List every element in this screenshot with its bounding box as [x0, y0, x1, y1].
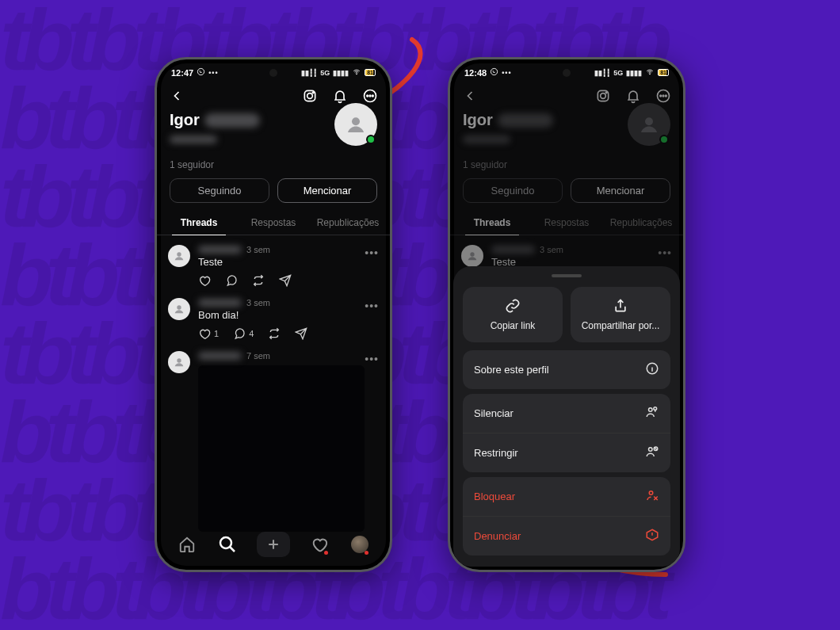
- profile-tabs: Threads Respostas Republicações: [157, 209, 390, 235]
- whatsapp-icon: [197, 67, 205, 78]
- profile-name-text: Igor: [170, 111, 200, 129]
- tab-replies[interactable]: Respostas: [529, 209, 604, 235]
- notifications-icon[interactable]: [331, 87, 349, 105]
- tab-threads[interactable]: Threads: [455, 209, 529, 235]
- mention-button[interactable]: Mencionar: [277, 178, 377, 203]
- svg-point-11: [352, 117, 360, 125]
- svg-point-16: [491, 68, 498, 74]
- profile-header: Igor 1 seguidor: [157, 106, 390, 170]
- post-item[interactable]: 7 sem •••: [157, 343, 390, 535]
- followers-count[interactable]: 1 seguidor: [170, 159, 377, 170]
- svg-point-24: [666, 95, 667, 97]
- camera-notch: [563, 69, 571, 77]
- phone-right: 12:48 ••• ▮▮┇┇ 5G ▮▮▮▮ 81: [448, 57, 685, 572]
- copy-link-label: Copiar link: [491, 320, 536, 331]
- post-more-icon[interactable]: •••: [365, 300, 379, 312]
- battery-icon: 81: [658, 69, 669, 76]
- post-avatar[interactable]: [168, 351, 190, 373]
- tab-threads[interactable]: Threads: [162, 209, 236, 235]
- instagram-icon[interactable]: [301, 87, 319, 105]
- mute-button[interactable]: Silenciar: [463, 394, 670, 433]
- svg-point-10: [372, 95, 374, 97]
- nav-search[interactable]: [216, 533, 239, 556]
- report-button[interactable]: Denunciar: [463, 516, 670, 556]
- post-feed: 3 sem Teste •••: [157, 235, 390, 536]
- nav-profile[interactable]: [348, 533, 372, 556]
- svg-point-12: [177, 252, 181, 256]
- following-button[interactable]: Seguindo: [170, 178, 269, 203]
- post-time: 3 sem: [246, 245, 270, 254]
- svg-point-22: [660, 95, 662, 97]
- profile-name-text: Igor: [463, 111, 493, 129]
- network-label: 5G: [320, 69, 330, 77]
- nav-compose[interactable]: [257, 532, 290, 557]
- post-more-icon[interactable]: •••: [365, 246, 379, 259]
- camera-notch: [269, 69, 277, 77]
- tab-replies[interactable]: Respostas: [236, 209, 311, 235]
- sheet-drag-handle[interactable]: [552, 274, 582, 277]
- back-button[interactable]: [168, 87, 185, 105]
- comment-button[interactable]: [225, 274, 238, 287]
- about-profile-button[interactable]: Sobre este perfil: [463, 350, 670, 389]
- followers-count[interactable]: 1 seguidor: [463, 159, 670, 170]
- report-icon: [645, 528, 659, 544]
- svg-point-25: [645, 117, 653, 125]
- svg-point-14: [177, 358, 181, 362]
- more-options-button[interactable]: [655, 87, 672, 105]
- restrict-label: Restringir: [474, 447, 518, 459]
- tab-reposts[interactable]: Republicações: [311, 209, 385, 235]
- post-avatar[interactable]: [168, 298, 190, 320]
- report-label: Denunciar: [474, 530, 521, 542]
- battery-icon: 81: [365, 69, 376, 76]
- profile-avatar[interactable]: [334, 103, 377, 146]
- svg-point-5: [307, 94, 313, 99]
- svg-point-9: [369, 95, 371, 97]
- nav-activity[interactable]: [307, 533, 331, 556]
- signal-icon-2: ▮▮▮▮: [626, 69, 642, 77]
- post-more-icon[interactable]: •••: [365, 353, 379, 365]
- block-icon: [645, 488, 659, 505]
- notifications-icon[interactable]: [624, 87, 642, 105]
- repost-button[interactable]: [268, 327, 281, 340]
- post-avatar[interactable]: [461, 245, 483, 267]
- like-button[interactable]: [198, 274, 211, 287]
- more-options-button[interactable]: [361, 87, 379, 105]
- redacted-username: [463, 136, 510, 143]
- following-button[interactable]: Seguindo: [463, 178, 563, 203]
- copy-link-button[interactable]: Copiar link: [463, 287, 563, 342]
- svg-point-8: [367, 95, 368, 97]
- post-image[interactable]: [198, 365, 365, 532]
- share-button[interactable]: [295, 327, 307, 340]
- restrict-button[interactable]: Restringir: [463, 433, 670, 472]
- post-more-icon[interactable]: •••: [658, 246, 672, 259]
- status-more-icon: •••: [502, 69, 511, 77]
- post-avatar[interactable]: [168, 245, 190, 267]
- signal-icon: ▮▮┇┇: [594, 69, 610, 77]
- post-item[interactable]: 3 sem Bom dia! 1 4 •••: [157, 290, 390, 343]
- share-button[interactable]: [279, 274, 292, 287]
- share-via-button[interactable]: Compartilhar por...: [571, 287, 670, 342]
- repost-button[interactable]: [252, 274, 265, 287]
- instagram-icon[interactable]: [594, 87, 612, 105]
- online-status-dot: [366, 135, 376, 144]
- post-item[interactable]: 3 sem Teste •••: [157, 237, 390, 290]
- redacted-author: [491, 246, 535, 254]
- like-button[interactable]: 1: [198, 327, 219, 340]
- post-time: 3 sem: [246, 298, 270, 307]
- post-time: 7 sem: [246, 351, 270, 361]
- comment-button[interactable]: 4: [233, 327, 254, 340]
- tab-reposts[interactable]: Republicações: [604, 209, 678, 235]
- svg-point-17: [650, 74, 651, 74]
- svg-point-19: [601, 94, 606, 99]
- phone-left: 12:47 ••• ▮▮┇┇ 5G ▮▮▮▮ 81: [155, 57, 392, 572]
- mention-button[interactable]: Mencionar: [571, 178, 670, 203]
- whatsapp-icon: [490, 67, 498, 78]
- post-text: Teste: [198, 256, 379, 268]
- profile-avatar[interactable]: [628, 103, 670, 146]
- like-count: 1: [214, 329, 219, 338]
- back-button[interactable]: [461, 87, 479, 105]
- block-button[interactable]: Bloquear: [463, 477, 670, 516]
- status-more-icon: •••: [208, 69, 218, 77]
- nav-home[interactable]: [175, 533, 199, 556]
- svg-point-26: [470, 252, 474, 256]
